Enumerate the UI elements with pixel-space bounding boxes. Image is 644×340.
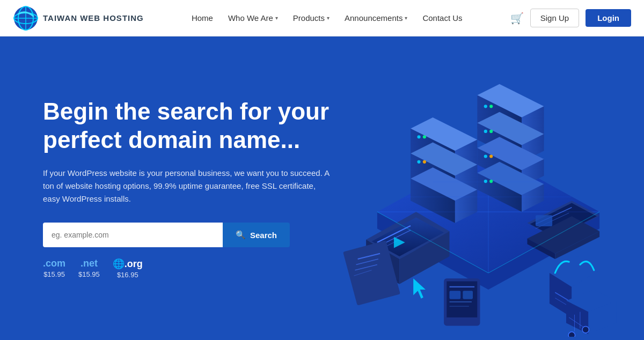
tld-list: .com $15.95 .net $15.95 🌐.org $16.95	[43, 258, 354, 279]
svg-point-24	[489, 130, 493, 133]
svg-point-41	[423, 160, 426, 164]
main-nav: Home Who We Are ▾ Products ▾ Announcemen…	[185, 9, 469, 27]
hero-title: Begin the search for your perfect domain…	[43, 98, 354, 154]
svg-point-75	[568, 332, 575, 336]
svg-point-40	[417, 160, 420, 164]
search-button[interactable]: 🔍 Search	[223, 223, 290, 247]
nav-link-announcements[interactable]: Announcements ▾	[338, 9, 414, 27]
nav-item-products: Products ▾	[287, 9, 336, 27]
nav-item-contact: Contact Us	[416, 9, 469, 27]
svg-point-39	[423, 136, 426, 139]
nav-link-home[interactable]: Home	[185, 9, 219, 27]
svg-rect-60	[450, 291, 461, 300]
domain-search-bar: 🔍 Search	[43, 223, 290, 247]
navbar-actions: 🛒 Sign Up Login	[510, 9, 631, 27]
signup-button[interactable]: Sign Up	[530, 9, 579, 27]
hero-content: Begin the search for your perfect domain…	[43, 98, 354, 279]
svg-point-26	[489, 155, 493, 158]
hero-illustration	[333, 36, 644, 340]
svg-point-23	[484, 130, 487, 133]
nav-link-who-we-are[interactable]: Who We Are ▾	[222, 9, 284, 27]
tld-org: 🌐.org $16.95	[113, 258, 143, 279]
tld-com-price: $15.95	[43, 270, 65, 278]
svg-marker-85	[413, 279, 426, 299]
chevron-down-icon: ▾	[327, 15, 330, 21]
hero-subtitle: If your WordPress website is your person…	[43, 167, 333, 205]
nav-item-who-we-are: Who We Are ▾	[222, 9, 284, 27]
chevron-down-icon: ▾	[275, 15, 278, 21]
cart-icon[interactable]: 🛒	[510, 12, 524, 25]
svg-rect-81	[536, 216, 552, 227]
brand-logo-link[interactable]: TAIWAN WEB HOSTING	[13, 5, 144, 31]
tld-com-name: .com	[43, 258, 65, 269]
tld-net-price: $15.95	[78, 270, 100, 278]
brand-logo-icon	[13, 5, 39, 31]
nav-item-announcements: Announcements ▾	[338, 9, 414, 27]
hero-illustration-svg	[333, 40, 644, 336]
svg-point-22	[489, 105, 493, 108]
brand-name: TAIWAN WEB HOSTING	[43, 13, 144, 23]
tld-net-name: .net	[80, 258, 98, 269]
svg-point-21	[484, 105, 487, 108]
svg-point-76	[582, 327, 589, 333]
search-icon: 🔍	[236, 230, 246, 240]
svg-point-27	[484, 180, 487, 183]
svg-rect-61	[463, 291, 473, 300]
tld-org-price: $16.95	[117, 271, 138, 279]
nav-link-contact[interactable]: Contact Us	[416, 9, 469, 27]
nav-item-home: Home	[185, 9, 219, 27]
tld-org-name: 🌐.org	[113, 258, 143, 270]
tld-com: .com $15.95	[43, 258, 65, 278]
domain-search-input[interactable]	[43, 223, 223, 247]
svg-point-28	[489, 180, 493, 183]
svg-point-38	[417, 136, 420, 139]
tld-net: .net $15.95	[78, 258, 100, 278]
nav-link-products[interactable]: Products ▾	[287, 9, 336, 27]
login-button[interactable]: Login	[586, 9, 631, 27]
navbar: TAIWAN WEB HOSTING Home Who We Are ▾ Pro…	[0, 0, 644, 36]
svg-point-25	[484, 155, 487, 158]
chevron-down-icon: ▾	[405, 15, 407, 21]
hero-section: Begin the search for your perfect domain…	[0, 36, 644, 340]
